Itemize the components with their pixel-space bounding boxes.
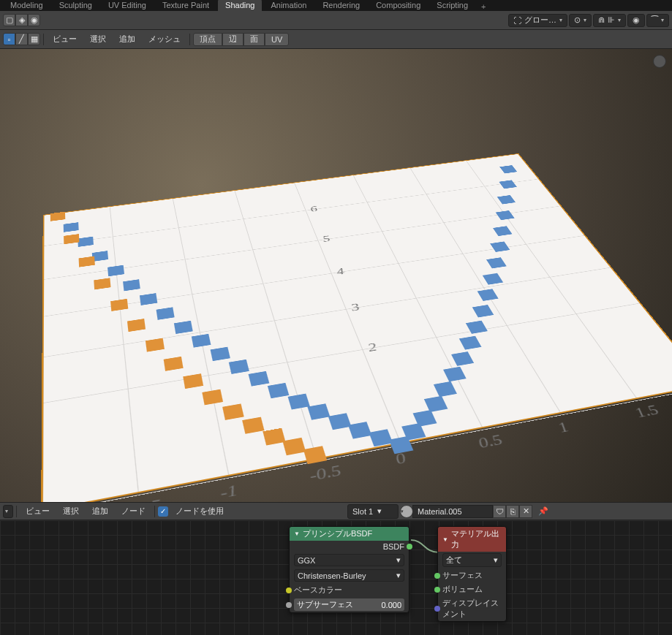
select-menu[interactable]: 選択 xyxy=(84,32,112,46)
slider-value: 0.000 xyxy=(381,601,401,609)
orientation-label: グロー… xyxy=(524,15,556,26)
tab-sculpting[interactable]: Sculpting xyxy=(52,0,99,11)
socket-icon[interactable] xyxy=(407,544,412,550)
unlink-material-button[interactable]: ✕ xyxy=(519,505,532,518)
vertex-mode-button[interactable]: 頂点 xyxy=(193,33,222,46)
tab-texture-paint[interactable]: Texture Paint xyxy=(155,0,216,11)
edge-mode-button[interactable]: 辺 xyxy=(222,33,243,46)
material-output-node[interactable]: ▼ マテリアル出力 全て▾ サーフェス ボリューム ディスプレイスメント xyxy=(437,526,507,622)
shading-mode-buttons: ▢ ◈ ◉ xyxy=(3,14,40,26)
proportional-icon: ◉ xyxy=(633,15,640,25)
subsurface-input[interactable]: サブサーフェス0.000 xyxy=(290,597,409,612)
snap-dropdown[interactable]: ⋒ ⊪ ▾ xyxy=(593,14,626,27)
proportional-edit-toggle[interactable]: ◉ xyxy=(627,14,645,27)
socket-label: ディスプレイスメント xyxy=(442,598,502,620)
chevron-down-icon: ▾ xyxy=(559,17,562,23)
view-menu[interactable]: ビュー xyxy=(47,32,83,46)
separator xyxy=(154,506,155,517)
dropdown-value: Christensen-Burley xyxy=(298,571,366,580)
node-header[interactable]: ▼ プリンシプルBSDF xyxy=(290,527,409,541)
separator xyxy=(189,34,190,45)
tab-rendering[interactable]: Rendering xyxy=(315,0,367,11)
principled-bsdf-node[interactable]: ▼ プリンシプルBSDF BSDF GGX▾ Christensen-Burle… xyxy=(289,526,409,613)
node-select-menu[interactable]: 選択 xyxy=(57,504,85,518)
target-dropdown[interactable]: 全て▾ xyxy=(438,552,506,569)
node-view-menu[interactable]: ビュー xyxy=(20,504,56,518)
socket-icon[interactable] xyxy=(434,573,440,579)
base-color-input[interactable]: ベースカラー xyxy=(290,583,409,597)
face-mode-button[interactable]: 面 xyxy=(243,33,265,46)
edge-select-button[interactable]: ╱ xyxy=(15,33,28,45)
mesh-menu[interactable]: メッシュ xyxy=(143,32,186,46)
pivot-icon: ⊙ xyxy=(574,15,581,25)
wireframe-shading-button[interactable]: ▢ xyxy=(3,14,15,26)
magnet-icon: ⋒ xyxy=(598,15,605,25)
navigation-gizmo[interactable] xyxy=(653,55,666,68)
chart-plane: -1.5-1-0.500.511.523456 xyxy=(41,153,672,502)
add-menu[interactable]: 追加 xyxy=(113,32,141,46)
node-editor[interactable]: ▼ プリンシプルBSDF BSDF GGX▾ Christensen-Burle… xyxy=(0,520,672,635)
chevron-down-icon: ▾ xyxy=(377,506,382,516)
displacement-input-socket[interactable]: ディスプレイスメント xyxy=(438,596,506,621)
chart-plane-wrap: -1.5-1-0.500.511.523456 xyxy=(51,78,622,502)
socket-label: ベースカラー xyxy=(294,585,404,596)
socket-icon[interactable] xyxy=(286,602,292,608)
tab-compositing[interactable]: Compositing xyxy=(369,0,428,11)
fake-user-button[interactable]: 🛡 xyxy=(493,505,506,518)
material-field: ▾ Material.005 🛡 ⎘ ✕ xyxy=(400,505,532,518)
socket-icon[interactable] xyxy=(434,587,440,593)
orientation-dropdown[interactable]: ⛶ グロー… ▾ xyxy=(508,14,567,27)
new-material-button[interactable]: ⎘ xyxy=(506,505,519,518)
solid-shading-button[interactable]: ◈ xyxy=(15,14,28,26)
bsdf-output-socket[interactable]: BSDF xyxy=(290,541,409,552)
chevron-down-icon: ▾ xyxy=(584,17,586,23)
surface-input-socket[interactable]: サーフェス xyxy=(438,569,506,582)
matcap-shading-button[interactable]: ◉ xyxy=(28,14,40,26)
uv-mode-button[interactable]: UV xyxy=(265,33,289,46)
node-add-menu[interactable]: 追加 xyxy=(86,504,114,518)
add-workspace-button[interactable]: + xyxy=(477,2,490,11)
viewport-header: ▢ ◈ ◉ ⛶ グロー… ▾ ⊙ ▾ ⋒ ⊪ ▾ ◉ ⁀ ▾ xyxy=(0,11,672,30)
material-slot-dropdown[interactable]: Slot 1 ▾ xyxy=(347,504,399,519)
snap-increment-icon: ⊪ xyxy=(608,15,615,25)
3d-viewport[interactable]: -1.5-1-0.500.511.523456 xyxy=(0,49,672,502)
component-mode-buttons: 頂点 辺 面 UV xyxy=(193,33,289,46)
select-mode-buttons: ▫ ╱ ▦ xyxy=(3,33,40,45)
socket-icon[interactable] xyxy=(286,588,292,593)
vertex-select-button[interactable]: ▫ xyxy=(3,33,15,45)
material-preview-icon[interactable]: ▾ xyxy=(400,505,413,518)
volume-input-socket[interactable]: ボリューム xyxy=(438,582,506,596)
tab-uv-editing[interactable]: UV Editing xyxy=(101,0,154,11)
chevron-down-icon: ▾ xyxy=(401,509,404,514)
pivot-dropdown[interactable]: ⊙ ▾ xyxy=(569,14,592,27)
node-title: マテリアル出力 xyxy=(451,528,502,550)
chevron-down-icon: ▾ xyxy=(618,17,621,23)
distribution-dropdown[interactable]: GGX▾ xyxy=(290,552,409,568)
sss-method-dropdown[interactable]: Christensen-Burley▾ xyxy=(290,568,409,583)
proportional-falloff-dropdown[interactable]: ⁀ ▾ xyxy=(646,14,669,27)
tab-animation[interactable]: Animation xyxy=(263,0,314,11)
collapse-triangle-icon[interactable]: ▼ xyxy=(442,536,448,543)
tab-scripting[interactable]: Scripting xyxy=(429,0,475,11)
node-header[interactable]: ▼ マテリアル出力 xyxy=(438,527,506,552)
collapse-triangle-icon[interactable]: ▼ xyxy=(294,531,300,537)
viewport-subheader: ▫ ╱ ▦ ビュー 選択 追加 メッシュ 頂点 辺 面 UV xyxy=(0,30,672,49)
material-name-input[interactable]: Material.005 xyxy=(412,505,493,518)
chevron-down-icon: ▾ xyxy=(661,17,664,23)
falloff-curve-icon: ⁀ xyxy=(652,15,658,25)
editor-type-dropdown[interactable]: ▾ xyxy=(3,505,13,518)
tab-shading[interactable]: Shading xyxy=(218,0,262,11)
socket-label: サーフェス xyxy=(442,570,502,581)
chevron-down-icon: ▾ xyxy=(396,555,401,565)
orientation-icon: ⛶ xyxy=(513,16,521,25)
use-nodes-checkbox[interactable]: ✓ xyxy=(158,506,168,517)
socket-icon[interactable] xyxy=(434,606,440,612)
dropdown-value: 全て xyxy=(446,555,462,566)
node-node-menu[interactable]: ノード xyxy=(116,504,151,518)
tab-modeling[interactable]: Modeling xyxy=(3,0,50,11)
slider-label: サブサーフェス xyxy=(297,599,353,610)
chevron-down-icon: ▾ xyxy=(494,555,498,565)
face-select-button[interactable]: ▦ xyxy=(28,33,40,45)
pin-button[interactable]: 📌 xyxy=(534,506,553,516)
socket-label: BSDF xyxy=(383,542,404,551)
